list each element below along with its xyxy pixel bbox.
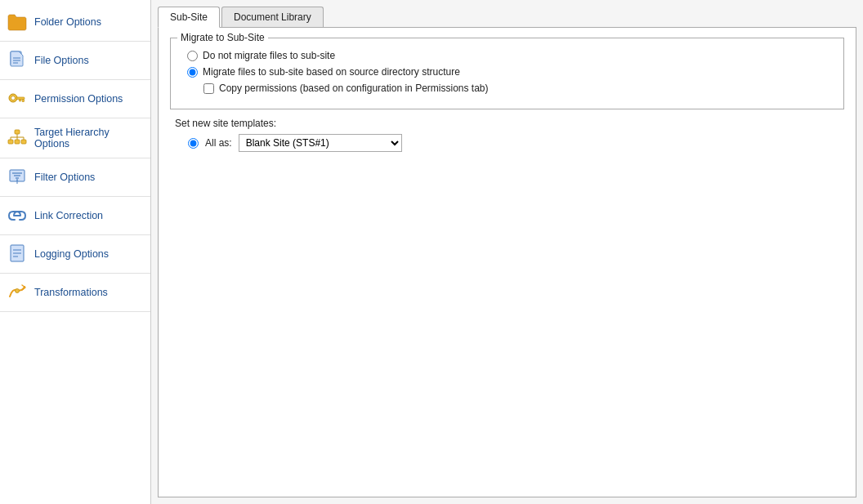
radio-migrate-label[interactable]: Migrate files to sub-site based on sourc… xyxy=(203,66,460,78)
sidebar-item-logging-options[interactable]: Logging Options xyxy=(0,235,150,274)
svg-rect-8 xyxy=(20,100,21,102)
svg-rect-17 xyxy=(21,140,26,144)
sidebar-item-link-correction[interactable]: Link Correction xyxy=(0,197,150,235)
templates-label: Set new site templates: xyxy=(175,118,276,129)
radio-no-migrate-row: Do not migrate files to sub-site xyxy=(182,50,832,61)
sidebar-item-label: Transformations xyxy=(34,287,108,298)
svg-rect-16 xyxy=(15,140,20,144)
sidebar-item-label: Logging Options xyxy=(34,248,109,260)
site-template-dropdown[interactable]: Blank Site (STS#1) Team Site (STS#0) Doc… xyxy=(239,134,402,152)
content-panel: Migrate to Sub-Site Do not migrate files… xyxy=(158,28,856,497)
svg-point-5 xyxy=(11,96,16,100)
checkbox-copy-permissions-row: Copy permissions (based on configuration… xyxy=(182,83,832,94)
hierarchy-icon xyxy=(7,127,28,149)
radio-no-migrate[interactable] xyxy=(187,51,198,61)
migrate-group-label: Migrate to Sub-Site xyxy=(177,32,268,43)
svg-point-29 xyxy=(16,289,20,293)
sidebar-item-transformations[interactable]: Transformations xyxy=(0,274,150,312)
radio-no-migrate-label[interactable]: Do not migrate files to sub-site xyxy=(203,50,335,61)
sidebar: Folder Options File Options xyxy=(0,0,151,504)
tab-sub-site[interactable]: Sub-Site xyxy=(158,7,220,28)
sidebar-item-label: Folder Options xyxy=(34,16,101,28)
svg-rect-9 xyxy=(15,130,20,134)
radio-migrate[interactable] xyxy=(187,67,198,78)
sidebar-item-label: Link Correction xyxy=(34,210,103,221)
filter-icon xyxy=(7,167,28,188)
radio-migrate-row: Migrate files to sub-site based on sourc… xyxy=(182,66,832,78)
all-as-row: All as: Blank Site (STS#1) Team Site (ST… xyxy=(170,134,844,152)
sidebar-item-file-options[interactable]: File Options xyxy=(0,42,150,80)
tab-bar: Sub-Site Document Library xyxy=(158,7,856,28)
log-icon xyxy=(7,243,28,265)
key-icon xyxy=(7,88,28,109)
svg-rect-15 xyxy=(8,140,13,144)
templates-label-row: Set new site templates: xyxy=(170,118,844,129)
migrate-group: Migrate to Sub-Site Do not migrate files… xyxy=(170,38,844,109)
sidebar-item-label: Target Hierarchy Options xyxy=(34,127,142,149)
sidebar-item-filter-options[interactable]: Filter Options xyxy=(0,158,150,197)
sidebar-item-label: Permission Options xyxy=(34,93,123,105)
svg-rect-7 xyxy=(22,100,25,102)
link-icon xyxy=(7,205,28,226)
checkbox-copy-permissions-label[interactable]: Copy permissions (based on configuration… xyxy=(219,83,489,94)
sidebar-item-target-hierarchy-options[interactable]: Target Hierarchy Options xyxy=(0,118,150,158)
folder-icon xyxy=(7,11,28,33)
file-icon xyxy=(7,50,28,71)
main-content: Sub-Site Document Library Migrate to Sub… xyxy=(151,0,863,504)
sidebar-item-folder-options[interactable]: Folder Options xyxy=(0,3,150,42)
sidebar-item-label: File Options xyxy=(34,55,89,66)
sidebar-item-label: Filter Options xyxy=(34,172,95,183)
sidebar-item-permission-options[interactable]: Permission Options xyxy=(0,80,150,118)
svg-rect-6 xyxy=(16,97,25,100)
transform-icon xyxy=(7,282,28,303)
radio-all-as[interactable] xyxy=(188,138,199,149)
tab-document-library[interactable]: Document Library xyxy=(221,7,324,27)
all-as-label[interactable]: All as: xyxy=(205,137,232,149)
checkbox-copy-permissions[interactable] xyxy=(203,83,214,94)
